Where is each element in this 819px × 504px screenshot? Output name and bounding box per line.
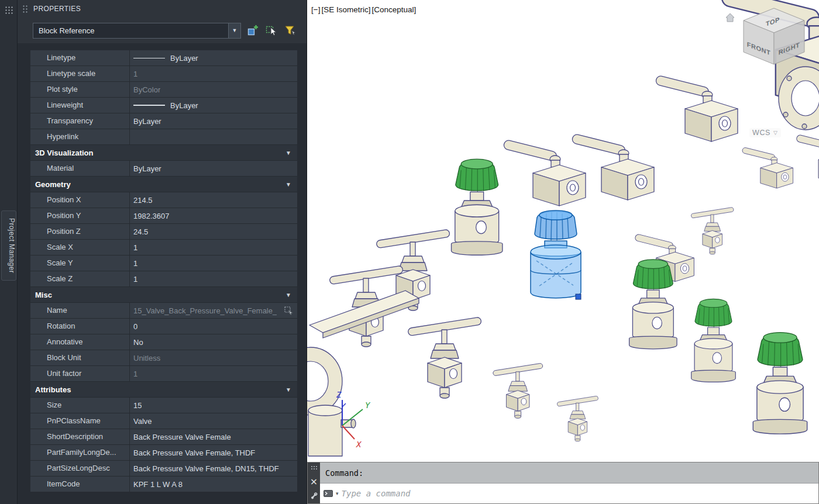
property-value-text: 1982.3607 — [133, 212, 169, 220]
property-row-itemcode[interactable]: ItemCode KPF 1 L W A 8 — [30, 477, 297, 492]
property-value[interactable]: Back Pressure Valve Female — [130, 429, 297, 444]
property-row-partfamilylongdesc[interactable]: PartFamilyLongDe... Back Pressure Valve … — [30, 445, 297, 461]
chevron-down-icon[interactable]: ▼ — [228, 23, 240, 38]
property-value[interactable] — [130, 129, 297, 144]
section-header-3d-visualization[interactable]: 3D Visualization ▼ — [30, 145, 297, 161]
viewport-view-control[interactable]: [SE Isometric] — [321, 5, 370, 14]
project-manager-tab[interactable]: Project Manager — [1, 210, 16, 281]
property-row-linetype-scale[interactable]: Linetype scale 1 — [30, 66, 297, 82]
property-row-position-y[interactable]: Position Y 1982.3607 — [30, 208, 297, 224]
chevron-down-icon[interactable]: ▼ — [285, 292, 291, 298]
property-value[interactable]: KPF 1 L W A 8 — [130, 477, 297, 492]
property-row-hyperlink[interactable]: Hyperlink — [30, 129, 297, 145]
property-row-partsizelongdesc[interactable]: PartSizeLongDesc Back Pressure Valve Fem… — [30, 461, 297, 477]
selected-valve-model[interactable] — [531, 210, 581, 299]
3d-scene[interactable]: TOP FRONT RIGHT Z Y X — [307, 0, 819, 462]
property-row-shortdescription[interactable]: ShortDescription Back Pressure Valve Fem… — [30, 429, 297, 445]
chevron-down-icon[interactable]: ▼ — [285, 150, 291, 156]
command-window-grip[interactable] — [311, 465, 317, 471]
property-value[interactable]: ByLayer — [130, 98, 297, 113]
valve-model[interactable] — [452, 159, 503, 255]
property-row-pnpclassname[interactable]: PnPClassName Valve — [30, 413, 297, 429]
select-objects-icon[interactable] — [264, 23, 278, 38]
valve-model[interactable] — [691, 207, 734, 254]
selection-grip[interactable] — [576, 294, 581, 299]
property-row-scale-x[interactable]: Scale X 1 — [30, 240, 297, 256]
valve-model[interactable] — [408, 317, 481, 398]
property-value[interactable]: 1 — [130, 271, 297, 286]
property-row-position-x[interactable]: Position X 214.5 — [30, 192, 297, 208]
name-pick-icon[interactable] — [284, 306, 294, 316]
valve-model[interactable] — [493, 363, 543, 418]
property-value: 1 — [130, 366, 297, 381]
property-row-linetype[interactable]: Linetype ByLayer — [30, 50, 297, 66]
property-label: PartFamilyLongDe... — [30, 445, 130, 460]
property-row-scale-y[interactable]: Scale Y 1 — [30, 256, 297, 271]
quick-select-icon[interactable] — [283, 23, 297, 38]
command-customize-button[interactable] — [310, 492, 318, 500]
command-window[interactable]: × Command: ▾ — [307, 462, 819, 504]
property-row-block-unit[interactable]: Block Unit Unitless — [30, 350, 297, 366]
valve-model[interactable] — [742, 147, 793, 188]
property-value[interactable]: ByLayer — [130, 113, 297, 129]
property-row-size[interactable]: Size 15 — [30, 398, 297, 413]
property-value[interactable]: 1 — [130, 240, 297, 255]
cylinder-model[interactable] — [308, 405, 356, 456]
property-value[interactable]: Valve — [130, 413, 297, 429]
command-history[interactable]: Command: — [320, 462, 818, 484]
command-prompt-icon[interactable] — [324, 490, 333, 497]
object-type-dropdown[interactable]: Block Reference ▼ — [33, 23, 241, 39]
property-value-text: No — [133, 338, 143, 347]
property-value[interactable]: Back Pressure Valve Female, THDF — [130, 445, 297, 460]
property-row-position-z[interactable]: Position Z 24.5 — [30, 224, 297, 240]
viewport-3d[interactable]: TOP FRONT RIGHT Z Y X [−] [SE Isometric]… — [307, 0, 819, 462]
property-row-scale-z[interactable]: Scale Z 1 — [30, 271, 297, 287]
chevron-down-icon[interactable]: ▼ — [285, 181, 291, 188]
valve-model[interactable] — [796, 134, 819, 184]
property-value[interactable]: 0 — [130, 319, 297, 334]
viewcube-home-icon[interactable] — [726, 13, 734, 22]
property-row-material[interactable]: Material ByLayer — [30, 161, 297, 177]
wcs-dropdown[interactable]: WCS ▽ — [749, 128, 781, 137]
property-row-rotation[interactable]: Rotation 0 — [30, 319, 297, 334]
property-value[interactable]: 1 — [130, 256, 297, 271]
command-close-button[interactable]: × — [310, 477, 318, 486]
property-value[interactable]: ByLayer — [130, 50, 297, 65]
viewcube[interactable]: TOP FRONT RIGHT — [726, 8, 804, 64]
chevron-down-icon[interactable]: ▾ — [336, 491, 339, 496]
chevron-down-icon: ▽ — [773, 130, 778, 136]
palette-grip-icon[interactable] — [5, 6, 13, 15]
property-value[interactable]: 15_Valve_Back_Pressure_Valve_Female_ — [130, 303, 297, 318]
property-row-lineweight[interactable]: Lineweight ByLayer — [30, 98, 297, 113]
command-input-row[interactable]: ▾ — [320, 484, 818, 503]
chevron-down-icon[interactable]: ▼ — [285, 386, 291, 393]
toggle-pickadd-icon[interactable] — [245, 23, 260, 38]
section-header-geometry[interactable]: Geometry ▼ — [30, 177, 297, 192]
drag-grip-icon[interactable] — [22, 5, 28, 13]
property-value[interactable]: No — [130, 334, 297, 350]
valve-model[interactable] — [503, 139, 586, 206]
valve-model[interactable] — [753, 333, 807, 434]
valve-model[interactable] — [691, 299, 736, 382]
properties-palette-header[interactable]: PROPERTIES — [18, 0, 307, 18]
property-row-name[interactable]: Name 15_Valve_Back_Pressure_Valve_Female… — [30, 303, 297, 319]
valve-model[interactable] — [655, 75, 738, 141]
section-header-misc[interactable]: Misc ▼ — [30, 287, 297, 303]
property-row-annotative[interactable]: Annotative No — [30, 334, 297, 350]
property-value[interactable]: 24.5 — [130, 224, 297, 239]
viewport-visualstyle-control[interactable]: [Conceptual] — [371, 5, 416, 14]
viewport-controls-menu[interactable]: [−] — [311, 5, 320, 14]
property-value[interactable]: 214.5 — [130, 192, 297, 208]
property-value[interactable]: Back Pressure Valve Female, DN15, THDF — [130, 461, 297, 476]
property-row-unit-factor[interactable]: Unit factor 1 — [30, 366, 297, 382]
section-header-attributes[interactable]: Attributes ▼ — [30, 382, 297, 398]
command-input[interactable] — [342, 489, 818, 498]
property-row-transparency[interactable]: Transparency ByLayer — [30, 113, 297, 129]
property-row-plot-style[interactable]: Plot style ByColor — [30, 82, 297, 98]
command-window-rail[interactable]: × — [308, 462, 320, 503]
property-value[interactable]: 15 — [130, 398, 297, 413]
valve-model[interactable] — [557, 396, 598, 441]
valve-model[interactable] — [629, 260, 677, 349]
property-value[interactable]: ByLayer — [130, 161, 297, 176]
property-value[interactable]: 1982.3607 — [130, 208, 297, 223]
